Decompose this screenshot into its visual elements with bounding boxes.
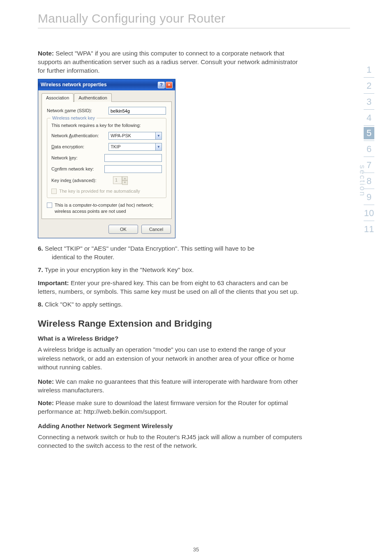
step-8-num: 8. xyxy=(38,301,43,308)
checkbox-icon xyxy=(51,189,57,194)
dialog-titlebar: Wireless network properties ? × xyxy=(38,79,175,90)
wireless-properties-dialog: Wireless network properties ? × Associat… xyxy=(38,79,175,238)
encryption-value: TKIP xyxy=(108,143,155,151)
heading-wireless-range: Wireless Range Extension and Bridging xyxy=(38,318,305,330)
para-segment: Connecting a network switch or hub to th… xyxy=(38,433,305,450)
label-key: Network key: xyxy=(51,155,104,161)
chevron-down-icon[interactable]: ▼ xyxy=(155,143,162,151)
section-nav-item[interactable]: 1 xyxy=(361,62,377,77)
label-auth: Network Authentication: xyxy=(51,133,108,139)
para-bridge: A wireless bridge is actually an operati… xyxy=(38,345,305,371)
key-index-value: 1 xyxy=(113,176,122,184)
checkbox-auto-key: The key is provided for me automatically xyxy=(51,188,162,194)
cancel-button[interactable]: Cancel xyxy=(141,225,171,234)
section-nav-item[interactable]: 11 xyxy=(361,221,377,237)
section-nav-item-active[interactable]: 5 xyxy=(364,127,374,139)
note-para-3: Note: Please make sure to download the l… xyxy=(38,399,305,416)
step-7-text: Type in your encryption key in the "Netw… xyxy=(43,266,194,273)
group-desc: This network requires a key for the foll… xyxy=(51,122,162,129)
note-text: We can make no guarantees that this feat… xyxy=(38,378,298,394)
note-label: Note: xyxy=(38,399,54,406)
auth-combobox[interactable]: WPA-PSK ▼ xyxy=(108,132,162,140)
label-encryption: Data encryption: xyxy=(51,144,108,150)
chevron-down-icon[interactable]: ▼ xyxy=(155,132,162,140)
checkbox-icon[interactable] xyxy=(47,203,52,208)
note-text: Select "WPA" if you are using this compu… xyxy=(38,50,298,74)
row-ssid: Network name (SSID): xyxy=(47,107,166,115)
auth-value: WPA-PSK xyxy=(108,132,155,140)
dialog-title-text: Wireless network properties xyxy=(41,81,107,88)
confirm-key-input[interactable] xyxy=(104,165,162,173)
ssid-input[interactable] xyxy=(108,107,166,115)
step-6: 6. Select "TKIP" or "AES" under "Data En… xyxy=(38,244,305,261)
row-encryption: Data encryption: TKIP ▼ xyxy=(51,143,162,151)
tab-association[interactable]: Association xyxy=(42,93,74,102)
help-icon[interactable]: ? xyxy=(158,82,165,88)
label-key-index: Key index (advanced): xyxy=(51,177,113,184)
section-nav: 1 2 3 4 5 6 7 8 9 10 11 xyxy=(361,62,377,237)
window-controls: ? × xyxy=(158,82,173,88)
page-title: Manually Configuring your Router xyxy=(0,0,392,28)
label-confirm-key: Confirm network key: xyxy=(51,166,104,172)
close-icon[interactable]: × xyxy=(166,82,173,88)
section-nav-item[interactable]: 4 xyxy=(361,110,377,125)
group-legend: Wireless network key xyxy=(51,115,97,121)
network-key-input[interactable] xyxy=(104,154,162,162)
step-6-cont: identical to the Router. xyxy=(38,253,305,261)
spinner-down-icon: ▼ xyxy=(122,180,128,184)
subheading-segment: Adding Another Network Segment Wirelessl… xyxy=(38,422,305,430)
section-vertical-label: section xyxy=(353,164,385,172)
step-6-num: 6. xyxy=(38,245,43,252)
note-label: Note: xyxy=(38,378,54,385)
dialog-button-row: OK Cancel xyxy=(38,222,175,238)
important-label: Important: xyxy=(38,279,69,286)
section-nav-item[interactable]: 10 xyxy=(361,205,377,221)
tab-strip: Association Authentication xyxy=(42,93,172,101)
tab-panel: Network name (SSID): Wireless network ke… xyxy=(42,101,172,219)
checkbox-auto-label: The key is provided for me automatically xyxy=(59,188,140,194)
tab-authentication[interactable]: Authentication xyxy=(74,93,112,102)
spinner-arrows: ▲ ▼ xyxy=(122,176,128,185)
row-confirm-key: Confirm network key: xyxy=(51,165,162,173)
ok-button[interactable]: OK xyxy=(108,225,138,234)
step-8-text: Click "OK" to apply settings. xyxy=(43,301,123,308)
encryption-combobox[interactable]: TKIP ▼ xyxy=(108,143,162,151)
key-index-spinner: 1 ▲ ▼ xyxy=(113,176,129,185)
nav-divider xyxy=(364,125,374,126)
step-6-text: Select "TKIP" or "AES" under "Data Encry… xyxy=(43,245,254,252)
step-8: 8. Click "OK" to apply settings. xyxy=(38,300,305,309)
checkbox-adhoc-label: This is a computer-to-computer (ad hoc) … xyxy=(55,202,161,214)
step-7-num: 7. xyxy=(38,266,43,273)
section-nav-item[interactable]: 6 xyxy=(361,141,377,157)
note-para-2: Note: We can make no guarantees that thi… xyxy=(38,377,305,394)
checkbox-adhoc[interactable]: This is a computer-to-computer (ad hoc) … xyxy=(47,202,166,214)
subheading-bridge: What is a Wireless Bridge? xyxy=(38,334,305,343)
row-key-index: Key index (advanced): 1 ▲ ▼ xyxy=(51,176,162,185)
note-para-1: Note: Select "WPA" if you are using this… xyxy=(38,49,305,75)
note-text: Please make sure to download the latest … xyxy=(38,399,288,415)
step-7: 7. Type in your encryption key in the "N… xyxy=(38,265,305,274)
section-nav-item[interactable]: 2 xyxy=(361,78,377,93)
row-auth: Network Authentication: WPA-PSK ▼ xyxy=(51,132,162,140)
row-key: Network key: xyxy=(51,154,162,162)
spinner-up-icon: ▲ xyxy=(122,176,128,180)
important-para: Important: Enter your pre-shared key. Th… xyxy=(38,279,305,296)
section-nav-item[interactable]: 3 xyxy=(361,94,377,109)
page-number: 35 xyxy=(0,546,392,553)
important-text: Enter your pre-shared key. This can be f… xyxy=(38,279,299,295)
label-ssid: Network name (SSID): xyxy=(47,108,108,114)
note-label: Note: xyxy=(38,50,54,57)
group-wireless-key: Wireless network key This network requir… xyxy=(47,118,166,198)
content-area: Note: Select "WPA" if you are using this… xyxy=(0,28,350,450)
